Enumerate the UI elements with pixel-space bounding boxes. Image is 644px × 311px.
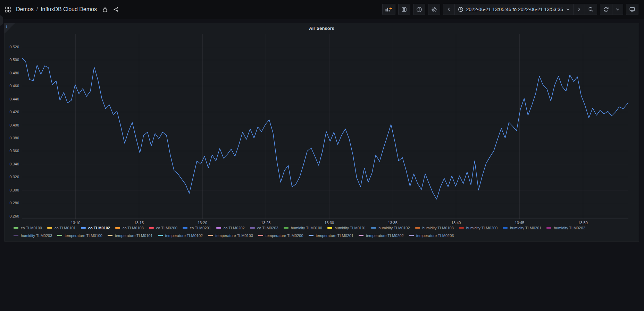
legend-item[interactable]: co TLM0201 (183, 226, 211, 230)
legend-swatch (115, 227, 120, 229)
legend-item[interactable]: co TLM0103 (115, 226, 144, 230)
legend-swatch (284, 227, 288, 229)
legend-item[interactable]: humidity TLM0102 (371, 226, 410, 230)
legend-label: temperature TLM0102 (165, 234, 203, 238)
panel-description-indicator[interactable]: i (5, 23, 15, 34)
star-icon[interactable] (102, 7, 108, 13)
legend-item[interactable]: temperature TLM0203 (409, 234, 454, 238)
legend-item[interactable]: humidity TLM0200 (459, 226, 497, 230)
legend-label: temperature TLM0101 (115, 234, 153, 238)
sidebar-handle[interactable] (0, 15, 3, 26)
time-range-picker-button[interactable]: 2022-06-21 13:05:46 to 2022-06-21 13:53:… (454, 4, 573, 15)
legend-item[interactable]: humidity TLM0202 (546, 226, 585, 230)
legend-swatch (327, 227, 332, 229)
series-line (22, 58, 628, 199)
legend-item[interactable]: humidity TLM0203 (14, 234, 52, 238)
y-tick-label: 0.440 (9, 97, 19, 101)
legend-item[interactable]: co TLM0102 (81, 226, 110, 230)
time-zoom-out-button[interactable] (585, 4, 597, 15)
refresh-button[interactable] (600, 4, 612, 15)
share-icon[interactable] (113, 7, 119, 12)
legend-label: co TLM0102 (88, 226, 110, 230)
time-shift-forward-button[interactable] (573, 4, 585, 15)
legend-label: humidity TLM0202 (554, 226, 585, 230)
add-panel-button[interactable] (382, 4, 395, 15)
y-tick-label: 0.340 (9, 162, 19, 166)
legend-swatch (503, 227, 508, 229)
legend-item[interactable]: co TLM0203 (250, 226, 278, 230)
y-tick-label: 0.460 (9, 84, 19, 88)
legend-item[interactable]: temperature TLM0102 (158, 234, 203, 238)
refresh-group (600, 4, 623, 15)
legend-row: co TLM0100co TLM0101co TLM0102co TLM0103… (14, 224, 635, 232)
legend-label: co TLM0201 (190, 226, 211, 230)
breadcrumb-separator: / (36, 6, 38, 13)
legend-swatch (359, 235, 363, 236)
info-icon: i (6, 25, 7, 28)
page-title: InfluxDB Cloud Demos (41, 6, 97, 13)
y-tick-label: 0.420 (9, 110, 19, 114)
legend-label: humidity TLM0100 (291, 226, 322, 230)
y-tick-label: 0.360 (9, 149, 19, 153)
y-tick-label: 0.300 (9, 188, 19, 192)
time-shift-back-button[interactable] (443, 4, 454, 15)
timeseries-chart[interactable]: 0.2600.2800.3000.3200.3400.3600.3800.400… (5, 23, 639, 242)
chevron-right-icon (577, 7, 582, 12)
refresh-interval-dropdown[interactable] (612, 4, 623, 15)
chevron-down-icon (616, 7, 620, 11)
legend-label: humidity TLM0103 (423, 226, 454, 230)
legend-swatch (258, 235, 263, 236)
legend-item[interactable]: temperature TLM0200 (258, 234, 303, 238)
kiosk-mode-button[interactable] (626, 4, 638, 15)
time-range-label: 2022-06-21 13:05:46 to 2022-06-21 13:53:… (466, 7, 563, 12)
y-tick-label: 0.500 (9, 58, 19, 62)
dashboard-header: Demos / InfluxDB Cloud Demos (0, 0, 644, 19)
breadcrumb-folder[interactable]: Demos (16, 6, 34, 13)
legend-label: co TLM0203 (257, 226, 278, 230)
legend-swatch (415, 227, 420, 229)
legend-item[interactable]: humidity TLM0103 (415, 226, 454, 230)
legend-label: temperature TLM0203 (416, 234, 454, 238)
y-tick-label: 0.380 (9, 136, 19, 140)
y-tick-label: 0.260 (9, 214, 19, 218)
legend-row: humidity TLM0203temperature TLM0100tempe… (14, 232, 635, 239)
legend-swatch (216, 227, 221, 229)
legend-swatch (459, 227, 464, 229)
legend-swatch (57, 235, 62, 236)
apps-icon[interactable] (5, 7, 11, 13)
zoom-out-icon (588, 7, 594, 12)
legend-label: humidity TLM0203 (21, 234, 52, 238)
legend-swatch (47, 227, 52, 229)
legend-item[interactable]: co TLM0200 (149, 226, 177, 230)
legend-label: temperature TLM0100 (65, 234, 102, 238)
legend-swatch (250, 227, 255, 229)
panel-air-sensors: i Air Sensors 0.2600.2800.3000.3200.3400… (4, 23, 639, 242)
legend-item[interactable]: humidity TLM0100 (284, 226, 322, 230)
bar-chart-plus-icon (385, 8, 390, 11)
legend-item[interactable]: humidity TLM0201 (503, 226, 541, 230)
y-tick-label: 0.480 (9, 71, 19, 75)
legend-item[interactable]: co TLM0202 (216, 226, 245, 230)
legend-swatch (149, 227, 154, 229)
save-dashboard-button[interactable] (398, 4, 410, 15)
breadcrumb: Demos / InfluxDB Cloud Demos (16, 6, 97, 13)
legend-item[interactable]: temperature TLM0100 (57, 234, 102, 238)
legend-item[interactable]: temperature TLM0202 (359, 234, 404, 238)
legend-label: humidity TLM0102 (378, 226, 410, 230)
dashboard-settings-button[interactable] (428, 4, 440, 15)
legend-label: temperature TLM0200 (266, 234, 303, 238)
info-circle-icon (416, 7, 422, 13)
legend-item[interactable]: temperature TLM0101 (108, 234, 153, 238)
legend-swatch (81, 227, 86, 229)
panel-title[interactable]: Air Sensors (5, 26, 639, 31)
legend-item[interactable]: co TLM0101 (47, 226, 76, 230)
legend-item[interactable]: temperature TLM0201 (309, 234, 354, 238)
dashboard-info-button[interactable] (413, 4, 425, 15)
legend-item[interactable]: temperature TLM0103 (208, 234, 253, 238)
save-icon (401, 7, 407, 12)
legend-item[interactable]: humidity TLM0101 (327, 226, 366, 230)
legend-item[interactable]: co TLM0100 (14, 226, 42, 230)
refresh-icon (603, 7, 609, 12)
clock-icon (458, 7, 463, 12)
chevron-left-icon (446, 7, 451, 12)
